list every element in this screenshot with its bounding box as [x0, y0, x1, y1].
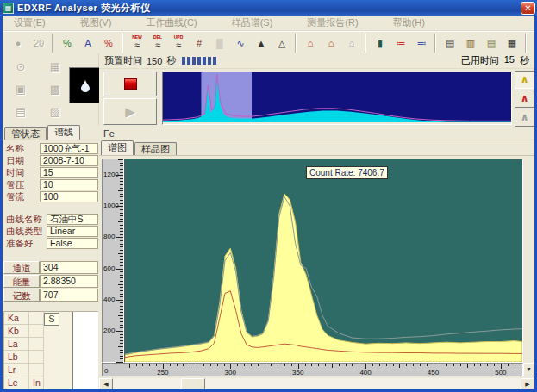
peak-view-red-button[interactable]: ∧ — [515, 90, 534, 108]
calculator-button[interactable]: ▦ — [503, 34, 521, 52]
y-tick — [116, 300, 123, 301]
y-tick-label: 800 — [103, 233, 115, 240]
line-ka-label[interactable]: Ka — [4, 312, 29, 325]
stop-button[interactable] — [103, 72, 157, 96]
close-button[interactable]: ✕ — [521, 2, 535, 15]
curve-del-button[interactable]: DEL≈ — [148, 34, 167, 52]
home-save-button[interactable]: ⌂ — [322, 34, 340, 52]
peak-view-yellow-icon: ∧ — [521, 73, 529, 85]
menu-report[interactable]: 测量报告(R) — [296, 16, 369, 29]
y-tick — [120, 325, 123, 326]
tube-hv-button[interactable]: ▦ — [44, 59, 66, 78]
element-s-tag[interactable]: S — [44, 313, 59, 326]
tube-paste-button[interactable]: ▣ — [9, 81, 32, 100]
print-export-icon: ▤ — [487, 38, 496, 48]
menu-view[interactable]: 视图(V) — [69, 16, 123, 29]
field-counts-label: 记数 — [3, 289, 40, 302]
field-name-label: 名称 — [3, 143, 40, 154]
progress-block — [187, 57, 190, 65]
x-tick-label: 450 — [425, 369, 442, 376]
x-tick — [311, 364, 312, 366]
tab-spectral-lines[interactable]: 谱线 — [47, 125, 80, 140]
home-load-button[interactable]: ⌂ — [301, 34, 320, 52]
tab-spectrum-chart[interactable]: 谱图 — [101, 140, 134, 155]
spectrum-plot[interactable]: Count Rate: 7406.7 — [124, 159, 523, 363]
menu-settings[interactable]: 设置(E) — [3, 16, 57, 29]
tube-current-icon: ▩ — [50, 83, 60, 96]
y-tick-label: 200 — [103, 327, 115, 334]
menu-curve[interactable]: 工作曲线(C) — [134, 16, 208, 29]
x-tick — [258, 364, 259, 366]
monitor-button[interactable]: ▮ — [371, 34, 390, 52]
y-tick-label: 1200 — [103, 171, 119, 178]
y-tick — [120, 356, 123, 357]
measure-ball-button[interactable]: ● — [9, 34, 28, 52]
print-setup-button[interactable]: ▥ — [461, 34, 480, 52]
curve-new-button[interactable]: NEW≈ — [128, 34, 147, 52]
home-clear-button[interactable]: ⌂ — [342, 34, 361, 52]
line-la-label[interactable]: La — [4, 338, 29, 351]
tube-sample-button[interactable]: ▨ — [44, 103, 66, 122]
tube-hv-icon: ▦ — [50, 60, 60, 73]
tube-sample-icon: ▨ — [50, 105, 60, 118]
peak-view-gray-button[interactable]: ∧ — [515, 109, 534, 127]
y-tick — [120, 215, 123, 216]
tab-tube-status[interactable]: 管状态 — [4, 127, 47, 140]
line-kb-label[interactable]: Kb — [4, 325, 29, 338]
progress-block — [208, 57, 211, 65]
scroll-right-button[interactable]: ▶ — [521, 378, 534, 389]
x-tick — [224, 364, 225, 366]
print-button[interactable]: ▤ — [440, 34, 459, 52]
grid-button[interactable]: # — [190, 34, 209, 52]
peak-label-button[interactable]: △ — [272, 34, 291, 52]
sample-indicator — [69, 67, 102, 103]
list-blue-icon: ≕ — [417, 38, 427, 48]
menu-help[interactable]: 帮助(H) — [382, 16, 436, 29]
spectrum-overview[interactable] — [162, 72, 512, 125]
x-tick — [177, 364, 178, 366]
line-list-box[interactable] — [72, 312, 98, 389]
list-blue-button[interactable]: ≕ — [412, 34, 431, 52]
percent-green-button[interactable]: % — [58, 34, 77, 52]
menu-sample[interactable]: 样品谱(S) — [221, 16, 284, 29]
tube-clock-button[interactable]: ⊙ — [9, 59, 32, 78]
peak-mark-button[interactable]: ▲ — [252, 34, 271, 52]
line-table: S KaKbLaLbLrLeIn — [3, 311, 98, 390]
x-tick — [284, 364, 285, 366]
tube-current-button[interactable]: ▩ — [44, 81, 66, 100]
preset-time-label: 预置时间 — [104, 54, 142, 67]
x-tick — [265, 364, 265, 368]
region-select-button[interactable]: ▒ — [210, 34, 229, 52]
line-lb-label[interactable]: Lb — [4, 351, 29, 364]
peak-view-yellow-button[interactable]: ∧ — [515, 71, 534, 89]
home-save-icon: ⌂ — [328, 38, 334, 48]
line-le-label[interactable]: Le — [4, 376, 29, 389]
start-button[interactable]: ▶ — [103, 98, 157, 125]
y-tick — [120, 281, 123, 282]
print-export-button[interactable]: ▤ — [482, 34, 501, 52]
scroll-left-button[interactable]: ◀ — [99, 378, 113, 389]
region-select-icon: ▒ — [216, 38, 223, 48]
progress-blocks — [182, 57, 216, 65]
x-tick — [487, 364, 488, 366]
counter-20-button[interactable]: 20 — [29, 34, 48, 52]
x-tick — [372, 364, 373, 366]
axis-origin-label: 0 — [104, 367, 108, 375]
list-red-button[interactable]: ≔ — [391, 34, 410, 52]
field-curve-name-row: 曲线名称石油中S — [3, 214, 98, 225]
scroll-down-button[interactable]: ▼ — [523, 363, 534, 376]
mini-chart-button[interactable]: ∿ — [231, 34, 250, 52]
percent-red-button[interactable]: % — [99, 34, 118, 52]
horizontal-scrollbar[interactable]: ◀ ▶ — [99, 378, 534, 389]
progress-block — [182, 57, 185, 65]
scrollbar-thumb[interactable] — [181, 378, 205, 389]
x-tick — [217, 364, 218, 366]
line-kb-extra — [29, 325, 44, 338]
x-tick — [291, 364, 292, 366]
curve-update-button[interactable]: UPD≈ — [169, 34, 188, 52]
field-name-value: 1000充气-1 — [40, 143, 98, 154]
line-lr-label[interactable]: Lr — [4, 364, 29, 376]
tube-card-button[interactable]: ▤ — [9, 103, 32, 122]
tab-sample-chart[interactable]: 样品图 — [134, 142, 177, 155]
calibrate-a-button[interactable]: A — [78, 34, 97, 52]
